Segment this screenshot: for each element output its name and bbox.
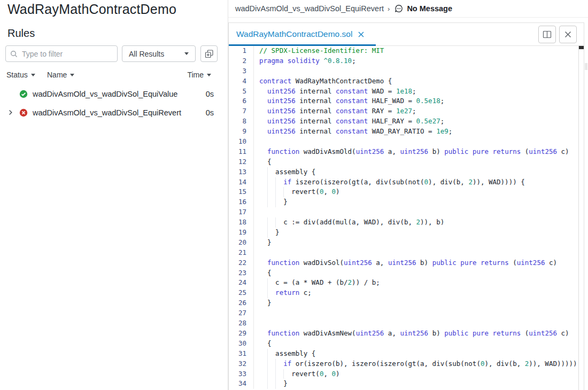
code-scrollbar-thumb[interactable]: [579, 46, 584, 49]
line-text: }: [254, 228, 280, 238]
line-number: 28: [229, 318, 254, 329]
code-line: 8 uint256 internal constant HALF_RAY = 0…: [229, 116, 578, 127]
indent-guide: [267, 278, 275, 288]
line-number: 29: [229, 329, 254, 339]
line-text: assembly {: [254, 349, 315, 359]
line-text: if or(iszero(b), iszero(iszero(gt(a, div…: [254, 359, 578, 369]
line-text: [254, 248, 259, 258]
code-line: 33 revert(0, 0): [229, 369, 578, 379]
line-text: uint256 internal constant RAY = 1e27;: [254, 106, 416, 116]
column-time[interactable]: Time: [187, 71, 211, 79]
source-viewer-card: WadRayMathContractDemo.sol: [228, 22, 584, 390]
column-name[interactable]: Name: [47, 71, 74, 79]
line-text: pragma solidity ^0.8.10;: [254, 56, 356, 66]
line-number: 10: [229, 137, 254, 147]
column-status[interactable]: Status: [6, 71, 35, 79]
line-number: 3: [229, 66, 254, 76]
split-view-button[interactable]: [538, 26, 556, 43]
indent-guide: [267, 349, 275, 359]
line-number: 4: [229, 76, 254, 87]
indent-guide: [275, 177, 283, 188]
indent-guide: [267, 288, 275, 298]
rules-list: wadDivAsmOld_vs_wadDivSol_EquiValue0swad…: [0, 84, 228, 122]
indent-guide: [267, 187, 275, 197]
sort-caret-icon: [207, 74, 211, 76]
code-line: 20 }: [229, 238, 578, 248]
line-text: uint256 internal constant WAD_RAY_RATIO …: [254, 127, 452, 137]
code-line: 9 uint256 internal constant WAD_RAY_RATI…: [229, 127, 578, 137]
code-line: 31 assembly {: [229, 349, 578, 359]
line-text: contract WadRayMathContractDemo {: [254, 76, 392, 87]
line-number: 6: [229, 96, 254, 106]
code-line: 15 revert(0, 0): [229, 187, 578, 197]
line-number: 33: [229, 369, 254, 379]
indent-guide: [275, 217, 283, 228]
line-number: 14: [229, 177, 254, 188]
line-text: c := div(add(mul(a, WAD), div(b, 2)), b): [254, 217, 444, 228]
line-text: {: [254, 339, 272, 349]
line-number: 13: [229, 167, 254, 177]
status-passed-icon: [19, 90, 28, 98]
line-number: 24: [229, 278, 254, 288]
expand-chevron-icon[interactable]: [6, 108, 19, 116]
line-text: function wadDivAsmOld(uint256 a, uint256…: [254, 147, 569, 157]
code-line: 18 c := div(add(mul(a, WAD), div(b, 2)),…: [229, 217, 578, 228]
line-text: }: [254, 238, 272, 248]
rule-name: wadDivAsmOld_vs_wadDivSol_EquiRevert: [33, 108, 206, 117]
tab-source-file[interactable]: WadRayMathContractDemo.sol: [229, 23, 376, 45]
message-bubble-icon: [394, 4, 403, 13]
line-number: 31: [229, 349, 254, 359]
breadcrumb-message[interactable]: No Message: [407, 4, 452, 13]
line-text: assembly {: [254, 167, 315, 177]
code-line: 24 c = (a * WAD + (b/2)) / b;: [229, 278, 578, 288]
line-text: function wadDivAsmNew(uint256 a, uint256…: [254, 329, 569, 339]
line-number: 8: [229, 116, 254, 127]
expand-all-icon: [205, 49, 214, 58]
breadcrumb-rule[interactable]: wadDivAsmOld_vs_wadDivSol_EquiRevert: [235, 4, 384, 13]
tab-close-icon[interactable]: [358, 32, 364, 37]
tab-title: WadRayMathContractDemo.sol: [236, 29, 352, 39]
indent-guide: [275, 359, 283, 369]
close-panel-button[interactable]: [559, 26, 577, 43]
code-scrollbar[interactable]: [578, 46, 584, 390]
expand-all-button[interactable]: [200, 45, 218, 62]
code-line: 21: [229, 248, 578, 258]
results-filter-value: All Results: [129, 50, 164, 58]
page-scrollbar-thumb[interactable]: [585, 63, 587, 70]
indent-guide: [267, 228, 275, 238]
line-text: revert(0, 0): [254, 369, 340, 379]
line-text: uint256 internal constant WAD = 1e18;: [254, 87, 416, 97]
code-line: 25 return c;: [229, 288, 578, 298]
line-number: 2: [229, 56, 254, 66]
code-editor: 1// SPDX-License-Identifier: MIT2pragma …: [229, 46, 584, 390]
code-line: 3: [229, 66, 578, 76]
rule-row[interactable]: wadDivAsmOld_vs_wadDivSol_EquiRevert0s: [0, 103, 228, 122]
indent-guide: [267, 359, 275, 369]
rules-section-title: Rules: [7, 27, 35, 40]
code-line: 7 uint256 internal constant RAY = 1e27;: [229, 106, 578, 116]
indent-guide: [283, 369, 291, 379]
line-text: // SPDX-License-Identifier: MIT: [254, 46, 384, 56]
rule-time: 0s: [206, 90, 214, 98]
line-number: 18: [229, 217, 254, 228]
line-number: 5: [229, 87, 254, 97]
line-text: c = (a * WAD + (b/2)) / b;: [254, 278, 380, 288]
indent-guide: [275, 197, 283, 207]
sidebar: WadRayMathContractDemo Rules All Results: [0, 0, 228, 390]
line-number: 12: [229, 157, 254, 167]
results-filter-dropdown[interactable]: All Results: [122, 45, 196, 62]
line-number: 19: [229, 228, 254, 238]
line-number: 20: [229, 238, 254, 248]
search-icon: [10, 50, 18, 58]
indent-guide: [267, 177, 275, 188]
line-number: 11: [229, 147, 254, 157]
rule-row[interactable]: wadDivAsmOld_vs_wadDivSol_EquiValue0s: [0, 84, 228, 103]
rules-filter-input[interactable]: [21, 49, 113, 59]
close-icon: [564, 31, 571, 38]
line-number: 23: [229, 268, 254, 278]
code-line: 1// SPDX-License-Identifier: MIT: [229, 46, 578, 56]
code-line: 14 if iszero(iszero(gt(a, div(sub(not(0)…: [229, 177, 578, 188]
split-view-icon: [543, 30, 552, 38]
line-number: 9: [229, 127, 254, 137]
line-number: 16: [229, 197, 254, 207]
